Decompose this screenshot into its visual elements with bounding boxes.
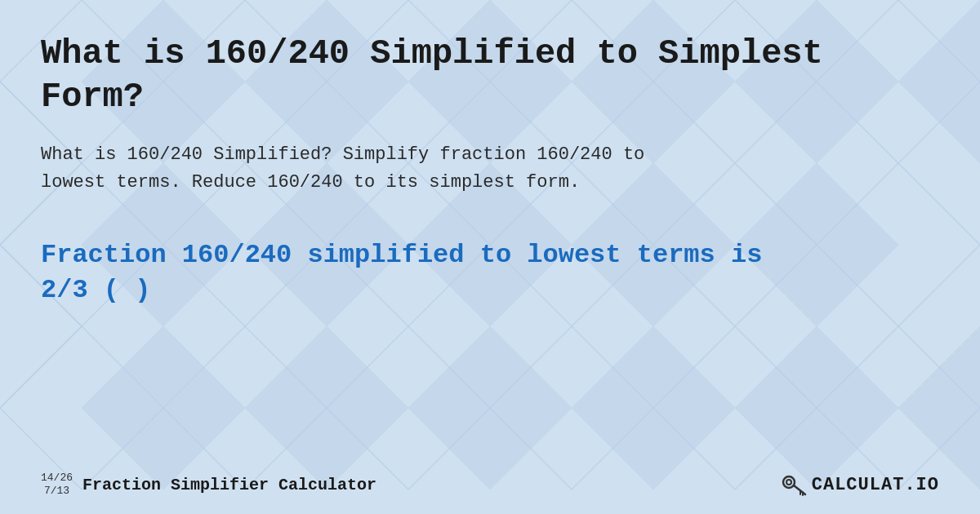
result-line2: 2/3 ( ) <box>41 275 150 305</box>
page-title: What is 160/240 Simplified to Simplest F… <box>41 33 939 118</box>
result-text: Fraction 160/240 simplified to lowest te… <box>41 237 939 308</box>
result-section: Fraction 160/240 simplified to lowest te… <box>41 237 939 308</box>
page-description: What is 160/240 Simplified? Simplify fra… <box>41 141 653 197</box>
result-line1: Fraction 160/240 simplified to lowest te… <box>41 240 762 270</box>
